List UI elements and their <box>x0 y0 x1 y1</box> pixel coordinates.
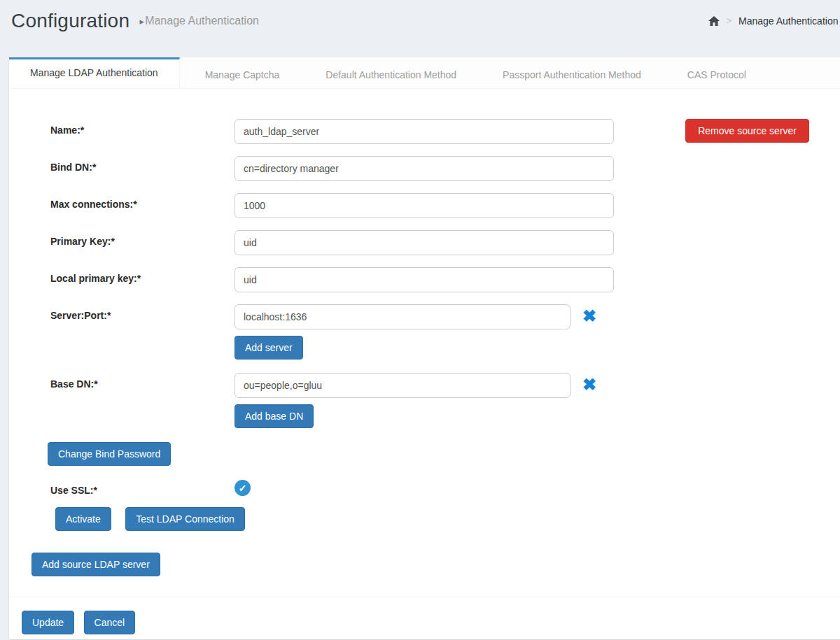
page-subtitle: ▸Manage Authentication <box>140 15 259 27</box>
page-title: Configuration <box>11 10 130 32</box>
page-subtitle-text: Manage Authentication <box>145 15 259 27</box>
change-bind-password-row: Change Bind Password <box>48 442 832 466</box>
tabs-box: Manage LDAP Authentication Manage Captch… <box>9 57 840 639</box>
server-port-label: Server:Port:* <box>50 304 234 329</box>
form-row-primary-key: Primary Key:* <box>50 230 832 255</box>
tab-passport-authentication-method[interactable]: Passport Authentication Method <box>482 57 662 88</box>
tab-manage-ldap-authentication[interactable]: Manage LDAP Authentication <box>9 57 180 88</box>
home-icon[interactable] <box>708 16 720 27</box>
use-ssl-checkbox[interactable]: ✓ <box>234 480 251 496</box>
base-dn-input[interactable] <box>234 373 570 398</box>
cancel-button[interactable]: Cancel <box>84 611 136 634</box>
remove-server-icon[interactable]: ✖ <box>582 306 596 329</box>
tab-manage-captcha[interactable]: Manage Captcha <box>184 57 301 88</box>
name-label: Name:* <box>50 119 234 144</box>
local-primary-key-label: Local primary key:* <box>50 267 234 292</box>
test-ldap-connection-button[interactable]: Test LDAP Connection <box>125 507 245 531</box>
change-bind-password-button[interactable]: Change Bind Password <box>48 442 171 466</box>
base-dn-label: Base DN:* <box>50 373 234 398</box>
max-connections-label: Max connections:* <box>50 193 234 218</box>
form-row-use-ssl: Use SSL:* ✓ <box>50 479 832 496</box>
remove-source-server-button[interactable]: Remove source server <box>685 119 809 143</box>
max-connections-input[interactable] <box>234 193 614 218</box>
form-row-server-port: Server:Port:* ✖ <box>50 304 832 329</box>
server-port-input[interactable] <box>234 304 570 329</box>
primary-key-input[interactable] <box>234 230 614 255</box>
ldap-authentication-form: Remove source server Name:* Bind DN:* Ma… <box>9 89 840 597</box>
add-base-dn-button[interactable]: Add base DN <box>234 404 314 428</box>
breadcrumb-separator: > <box>727 16 732 26</box>
bind-dn-label: Bind DN:* <box>50 156 234 181</box>
activate-button[interactable]: Activate <box>55 507 111 531</box>
name-input[interactable] <box>234 119 614 144</box>
page-header: Configuration ▸Manage Authentication > M… <box>0 0 840 57</box>
form-row-base-dn: Base DN:* ✖ <box>50 373 832 398</box>
use-ssl-label: Use SSL:* <box>50 479 234 496</box>
primary-key-label: Primary Key:* <box>50 230 234 255</box>
update-button[interactable]: Update <box>22 611 74 634</box>
add-source-ldap-server-button[interactable]: Add source LDAP server <box>31 553 160 576</box>
remove-base-dn-icon[interactable]: ✖ <box>582 375 596 398</box>
caret-right-icon: ▸ <box>140 16 145 27</box>
add-server-row: Add server <box>234 336 832 360</box>
form-row-max-connections: Max connections:* <box>50 193 832 218</box>
form-footer: Update Cancel <box>9 597 840 639</box>
breadcrumb-item[interactable]: Manage Authentication <box>738 15 838 27</box>
tab-cas-protocol[interactable]: CAS Protocol <box>666 57 767 88</box>
bind-dn-input[interactable] <box>234 156 614 181</box>
tab-bar: Manage LDAP Authentication Manage Captch… <box>9 57 840 89</box>
ldap-action-row: Activate Test LDAP Connection <box>55 507 832 531</box>
local-primary-key-input[interactable] <box>234 267 614 292</box>
add-base-dn-row: Add base DN <box>234 404 832 428</box>
tab-default-authentication-method[interactable]: Default Authentication Method <box>304 57 477 88</box>
add-source-server-row: Add source LDAP server <box>31 553 832 576</box>
breadcrumb: > Manage Authentication <box>708 15 838 27</box>
form-row-bind-dn: Bind DN:* <box>50 156 832 181</box>
add-server-button[interactable]: Add server <box>234 336 303 360</box>
form-row-local-primary-key: Local primary key:* <box>50 267 832 292</box>
